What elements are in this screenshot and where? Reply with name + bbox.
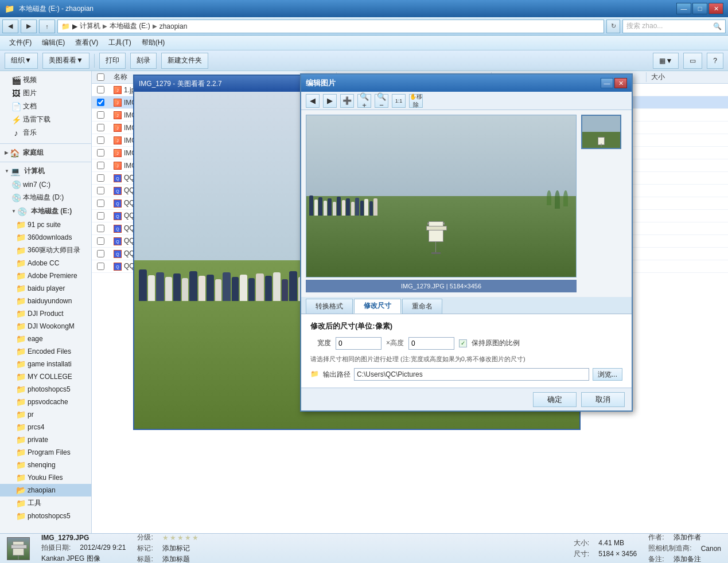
preview-pane-button[interactable]: ▭ (683, 53, 702, 69)
sidebar-drive-e[interactable]: ▼ 💿 本地磁盘 (E:) (0, 204, 91, 218)
sidebar-folder-tools[interactable]: 📁工具 (0, 496, 91, 510)
row-checkbox[interactable] (97, 225, 104, 232)
cancel-button[interactable]: 取消 (581, 392, 625, 407)
menu-edit[interactable]: 编辑(E) (37, 37, 69, 49)
refresh-button[interactable]: ↻ (606, 19, 620, 33)
sidebar-item-pictures[interactable]: 🖼 图片 (0, 87, 91, 100)
dialog-close[interactable]: ✕ (614, 78, 627, 88)
sidebar-folder-encoded[interactable]: 📁Encoded Files (0, 345, 91, 358)
sidebar-folder-baiduplayer[interactable]: 📁baidu player (0, 282, 91, 295)
back-button[interactable]: ◀ (2, 19, 18, 33)
width-input[interactable] (336, 337, 381, 350)
row-checkbox[interactable] (97, 212, 104, 220)
dialog-minimize[interactable]: — (601, 78, 613, 88)
row-checkbox[interactable] (97, 250, 104, 257)
row-checkbox[interactable] (97, 149, 104, 157)
sidebar-folder-zhaopian[interactable]: 📂zhaopian (0, 484, 91, 496)
sidebar-folder-private[interactable]: 📁private (0, 433, 91, 446)
address-path[interactable]: 📁 ▶ 计算机 ▶ 本地磁盘 (E:) ▶ zhaopian (57, 19, 604, 33)
path-drive[interactable]: 本地磁盘 (E:) (110, 21, 150, 31)
menu-tools[interactable]: 工具(T) (104, 37, 135, 49)
search-box[interactable]: 搜索 zhao... 🔍 (622, 19, 726, 33)
confirm-button[interactable]: 确定 (533, 392, 577, 407)
help-button[interactable]: ? (707, 53, 723, 69)
sidebar-item-docs[interactable]: 📄 文档 (0, 100, 91, 113)
nav-back-button[interactable]: ◀ (306, 94, 320, 108)
output-path-input[interactable] (354, 368, 589, 381)
menu-help[interactable]: 帮助(H) (137, 37, 170, 49)
folder-icon: 📁 (16, 284, 25, 293)
row-checkbox[interactable] (97, 237, 104, 245)
col-header-size[interactable]: 大小 (647, 72, 729, 82)
maximize-button[interactable]: □ (692, 3, 707, 14)
qq-icon: Q (114, 225, 122, 233)
organize-button[interactable]: 组织▼ (5, 53, 38, 69)
sidebar-folder-programfiles[interactable]: 📁Program Files (0, 446, 91, 459)
sidebar-item-music[interactable]: ♪ 音乐 (0, 126, 91, 139)
print-button[interactable]: 打印 (99, 53, 126, 69)
close-button[interactable]: ✕ (708, 3, 723, 14)
status-tag-value: 添加标记 (162, 544, 190, 553)
sidebar-item-video[interactable]: 🎬 视频 (0, 73, 91, 87)
row-checkbox[interactable] (97, 124, 104, 131)
row-checkbox[interactable] (97, 174, 104, 182)
tab-resize[interactable]: 修改尺寸 (354, 299, 401, 314)
meitu-button[interactable]: 美图看看▼ (42, 53, 89, 69)
sidebar-folder-prcs4[interactable]: 📁prcs4 (0, 421, 91, 433)
menu-view[interactable]: 查看(V) (71, 37, 103, 49)
row-checkbox[interactable] (97, 200, 104, 207)
sidebar-drive-d[interactable]: 💿 本地磁盘 (D:) (0, 191, 91, 204)
sidebar-folder-ppsvod[interactable]: 📁ppsvodcache (0, 396, 91, 408)
view-mode-button[interactable]: ▦▼ (653, 53, 679, 69)
add-files-button[interactable]: ➕ (340, 94, 354, 108)
sidebar-drive-c[interactable]: 💿 win7 (C:) (0, 178, 91, 191)
up-button[interactable]: ↑ (39, 19, 55, 33)
sidebar-folder-360driver[interactable]: 📁360驱动大师目录 (0, 244, 91, 257)
browse-button[interactable]: 浏览... (593, 368, 622, 381)
sidebar-homegroup[interactable]: ▶ 🏠 家庭组 (0, 146, 91, 160)
sidebar-folder-adobepremiere[interactable]: 📁Adobe Premiere (0, 269, 91, 282)
sidebar-folder-pr[interactable]: 📁pr (0, 408, 91, 421)
sidebar-folder-360dl[interactable]: 📁360downloads (0, 231, 91, 244)
row-checkbox[interactable] (97, 187, 104, 194)
forward-button[interactable]: ▶ (21, 19, 37, 33)
row-checkbox[interactable] (97, 263, 104, 270)
sidebar-folder-adobecc[interactable]: 📁Adobe CC (0, 257, 91, 269)
nav-forward-button[interactable]: ▶ (323, 94, 337, 108)
sidebar-folder-mycollege[interactable]: 📁MY COLLEGE (0, 370, 91, 383)
keep-ratio-checkbox[interactable]: ✓ (459, 339, 467, 347)
sidebar-folder-eage[interactable]: 📁eage (0, 333, 91, 345)
minimize-button[interactable]: — (676, 3, 691, 14)
sidebar-folder-baiduyun[interactable]: 📁baiduyundown (0, 295, 91, 307)
sidebar-folder-dji[interactable]: 📁DJI Product (0, 307, 91, 320)
row-checkbox[interactable] (97, 136, 104, 144)
folder-icon: 📁 (16, 309, 25, 318)
sidebar-folder-ps5[interactable]: 📁photoshopcs5 (0, 383, 91, 396)
folder-icon: 📁 (16, 460, 25, 470)
zoom-out-button[interactable]: 🔍− (375, 94, 388, 108)
sidebar-folder-ps5b[interactable]: 📁photoshopcs5 (0, 510, 91, 522)
height-input[interactable] (408, 337, 454, 350)
row-checkbox[interactable] (97, 86, 104, 93)
select-all-checkbox[interactable] (97, 73, 104, 81)
sidebar-folder-91pcsuite[interactable]: 📁91 pc suite (0, 218, 91, 231)
sidebar-folder-game[interactable]: 📁game installati (0, 358, 91, 370)
sidebar-computer[interactable]: ▼ 💻 计算机 (0, 164, 91, 178)
new-folder-button[interactable]: 新建文件夹 (161, 53, 208, 69)
burn-button[interactable]: 刻录 (130, 53, 157, 69)
move-button[interactable]: ✋移除 (409, 94, 423, 108)
tab-rename[interactable]: 重命名 (402, 299, 442, 314)
sidebar-folder-djiwookong[interactable]: 📁DJI WookongM (0, 320, 91, 333)
zoom-reset-button[interactable]: 1:1 (392, 94, 406, 108)
sidebar-folder-youku[interactable]: 📁Youku Files (0, 471, 91, 484)
row-checkbox[interactable] (97, 99, 104, 106)
path-folder[interactable]: zhaopian (159, 22, 188, 30)
row-checkbox[interactable] (97, 162, 104, 169)
path-computer[interactable]: 计算机 (80, 21, 100, 31)
sidebar-folder-shenqing[interactable]: 📁shenqing (0, 459, 91, 471)
tab-convert[interactable]: 转换格式 (306, 299, 353, 314)
row-checkbox[interactable] (97, 111, 104, 119)
sidebar-item-xunlei[interactable]: ⚡ 迅雷下载 (0, 113, 91, 126)
zoom-in-button[interactable]: 🔍+ (357, 94, 371, 108)
menu-file[interactable]: 文件(F) (5, 37, 36, 49)
